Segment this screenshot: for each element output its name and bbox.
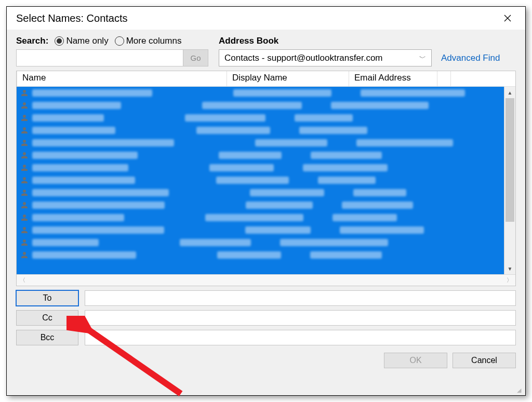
search-label: Search: <box>16 36 48 46</box>
table-row[interactable] <box>17 124 504 137</box>
radio-icon <box>55 36 64 46</box>
radio-label: Name only <box>66 36 108 46</box>
table-row[interactable] <box>17 174 504 186</box>
cell-display <box>205 214 303 221</box>
table-body[interactable] <box>17 87 504 274</box>
cell-name <box>32 202 165 209</box>
cell-display <box>196 127 270 134</box>
table-row[interactable] <box>17 199 504 211</box>
person-icon <box>20 250 29 260</box>
window-title: Select Names: Contacts <box>16 12 128 24</box>
table-row[interactable] <box>17 137 504 149</box>
radio-label: More columns <box>126 36 182 46</box>
scroll-right-icon[interactable]: 〉 <box>507 276 512 284</box>
person-icon <box>20 113 29 123</box>
cancel-button[interactable]: Cancel <box>453 353 516 368</box>
cell-email <box>280 239 388 246</box>
table-row[interactable] <box>17 249 504 261</box>
person-icon <box>20 101 29 110</box>
cell-display <box>250 189 324 196</box>
cell-display <box>255 139 327 146</box>
contacts-table: Name Display Name Email Address ▲ ▼ 〈 〉 <box>16 71 516 286</box>
radio-name-only[interactable]: Name only <box>55 36 108 46</box>
table-row[interactable] <box>17 224 504 236</box>
table-row[interactable] <box>17 186 504 199</box>
cc-button[interactable]: Cc <box>16 310 78 326</box>
horizontal-scrollbar[interactable]: 〈 〉 <box>17 274 515 286</box>
search-input[interactable] <box>16 49 183 66</box>
cell-email <box>295 114 353 122</box>
person-icon <box>20 225 29 235</box>
cell-name <box>32 251 136 259</box>
person-icon <box>20 213 29 222</box>
table-row[interactable] <box>17 211 504 224</box>
col-blank <box>437 71 451 86</box>
cell-email <box>332 214 397 221</box>
address-book-label: Address Book <box>219 36 516 46</box>
table-row[interactable] <box>17 149 504 162</box>
col-blank <box>451 71 515 86</box>
advanced-find-link[interactable]: Advanced Find <box>441 53 500 63</box>
table-row[interactable] <box>17 236 504 249</box>
bcc-input[interactable] <box>85 330 516 345</box>
person-icon <box>20 163 29 172</box>
scroll-down-icon[interactable]: ▼ <box>504 263 515 274</box>
address-book-selected: Contacts - support@outlooktransfer.com <box>224 53 383 63</box>
radio-icon <box>115 36 124 46</box>
person-icon <box>20 138 29 148</box>
cell-name <box>32 214 124 221</box>
address-book-select[interactable]: Contacts - support@outlooktransfer.com ﹀ <box>219 49 432 66</box>
vertical-scrollbar[interactable]: ▲ ▼ <box>504 87 515 274</box>
chevron-down-icon: ﹀ <box>419 53 426 63</box>
scroll-track[interactable] <box>504 98 515 263</box>
table-header: Name Display Name Email Address <box>17 71 515 87</box>
cell-email <box>311 152 382 159</box>
cell-name <box>32 152 138 159</box>
scroll-thumb[interactable] <box>506 98 514 222</box>
person-icon <box>20 126 29 135</box>
cell-email <box>331 102 429 109</box>
col-name[interactable]: Name <box>17 71 227 86</box>
to-input[interactable] <box>85 290 516 306</box>
cell-display <box>180 239 251 246</box>
resize-grip-icon[interactable]: ◢ <box>517 387 525 395</box>
cell-email <box>310 251 382 259</box>
close-icon <box>504 15 511 22</box>
cell-email <box>342 202 413 209</box>
go-button[interactable]: Go <box>183 49 208 66</box>
close-button[interactable] <box>497 8 518 29</box>
radio-more-columns[interactable]: More columns <box>115 36 182 46</box>
cell-name <box>32 139 174 146</box>
scroll-left-icon[interactable]: 〈 <box>20 276 25 284</box>
cell-display <box>246 202 313 209</box>
ok-button[interactable]: OK <box>384 353 447 368</box>
select-names-dialog: Select Names: Contacts Search: Name only… <box>6 6 526 396</box>
cell-email <box>361 89 465 97</box>
cc-input[interactable] <box>85 310 516 326</box>
cell-email <box>356 139 453 146</box>
cell-name <box>32 102 121 109</box>
table-row[interactable] <box>17 162 504 174</box>
cell-email <box>340 226 424 234</box>
table-row[interactable] <box>17 99 504 112</box>
person-icon <box>20 200 29 210</box>
to-button[interactable]: To <box>16 290 78 306</box>
cell-display <box>202 102 302 109</box>
scroll-up-icon[interactable]: ▲ <box>504 87 515 98</box>
cell-email <box>353 189 406 196</box>
col-display-name[interactable]: Display Name <box>227 71 349 86</box>
cell-email <box>303 164 388 171</box>
table-row[interactable] <box>17 112 504 124</box>
table-row[interactable] <box>17 87 504 99</box>
cell-display <box>219 152 282 159</box>
cell-display <box>209 164 274 171</box>
cell-email <box>318 177 376 184</box>
person-icon <box>20 238 29 247</box>
person-icon <box>20 176 29 185</box>
cell-display <box>245 226 311 234</box>
cell-name <box>32 89 152 97</box>
search-section: Search: Name only More columns Go <box>16 36 208 66</box>
bcc-button[interactable]: Bcc <box>16 330 78 345</box>
cell-name <box>32 189 169 196</box>
col-email[interactable]: Email Address <box>349 71 437 86</box>
